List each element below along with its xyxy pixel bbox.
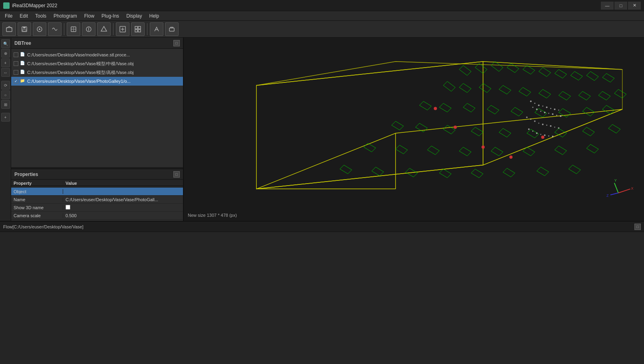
- props-key-name: Name: [11, 197, 63, 202]
- svg-point-89: [538, 104, 540, 106]
- props-row-camerascale[interactable]: Camera scale 0.500: [11, 212, 183, 220]
- menu-edit[interactable]: Edit: [16, 12, 31, 20]
- toolbar-btn3[interactable]: [33, 22, 46, 36]
- svg-point-88: [534, 103, 535, 104]
- props-row-name[interactable]: Name C:/Users/euser/Desktop/Vase/Vase/Ph…: [11, 196, 183, 204]
- toolbar-btn6[interactable]: [82, 22, 95, 36]
- svg-point-96: [536, 108, 538, 110]
- close-button[interactable]: ✕: [628, 2, 641, 10]
- main-layout: 🔍 ⊕ + ↔ ⟳ ○ ⊞ + DBTree □: [0, 38, 644, 364]
- svg-point-111: [558, 127, 559, 129]
- props-row-cameradis[interactable]: Camera Dis... 33W...: [11, 220, 183, 221]
- menu-tools[interactable]: Tools: [32, 12, 50, 20]
- maximize-button[interactable]: □: [614, 2, 627, 10]
- props-table: Property Value Object Name C:/Users/euse…: [11, 180, 183, 221]
- svg-point-107: [542, 124, 544, 125]
- tool-grid[interactable]: ⊞: [1, 100, 10, 109]
- svg-point-115: [540, 134, 541, 135]
- tool-search[interactable]: 🔍: [1, 39, 10, 48]
- flow-connections: [0, 232, 644, 364]
- svg-point-113: [532, 130, 533, 132]
- svg-point-93: [554, 108, 555, 110]
- toolbar-btn8[interactable]: [116, 22, 129, 36]
- svg-point-92: [550, 108, 551, 109]
- props-header: Properties □: [11, 169, 183, 180]
- svg-point-110: [554, 127, 555, 128]
- app-icon: [3, 2, 10, 9]
- tree-checkbox-0[interactable]: [14, 52, 18, 57]
- menu-photogram[interactable]: Photogram: [50, 12, 80, 20]
- svg-point-87: [530, 100, 532, 102]
- svg-point-103: [526, 116, 528, 118]
- svg-point-99: [548, 113, 549, 114]
- viewport-3d[interactable]: X Y Z New size 1307 * 478 (px): [184, 38, 644, 221]
- props-header-value: Value: [63, 181, 183, 186]
- toolbar-btn10[interactable]: [150, 22, 163, 36]
- toolbar-save[interactable]: [18, 22, 31, 36]
- svg-point-86: [434, 107, 437, 110]
- dbtree-panel: DBTree □ 📄 C:/Users/euser/Desktop/Vase/m…: [11, 38, 183, 167]
- tree-item-3[interactable]: ✓ 📁 C:/Users/euser/Desktop/Vase/Vase/Pho…: [11, 77, 183, 86]
- tree-item-1[interactable]: 📄 C:/Users/euser/Desktop/Vase/Vase/模型/中模…: [11, 59, 183, 68]
- menu-file[interactable]: File: [2, 12, 16, 20]
- properties-panel: Properties □ Property Value Object: [11, 169, 183, 221]
- menu-flow[interactable]: Flow: [81, 12, 97, 20]
- menu-plugins[interactable]: Plug-Ins: [98, 12, 122, 20]
- svg-point-95: [532, 107, 533, 108]
- menu-display[interactable]: Display: [123, 12, 145, 20]
- svg-point-82: [454, 126, 457, 129]
- toolbar-btn5[interactable]: [67, 22, 80, 36]
- flow-title: Flow[C:/Users/euser/Desktop/Vase/Vase]: [3, 224, 83, 229]
- tree-checkbox-1[interactable]: [14, 61, 18, 66]
- tree-item-0[interactable]: 📄 C:/Users/euser/Desktop/Vase/model/vase…: [11, 50, 183, 59]
- tree-checkbox-2[interactable]: [14, 70, 18, 75]
- top-section: 🔍 ⊕ + ↔ ⟳ ○ ⊞ + DBTree □: [0, 38, 644, 222]
- tree-icon-2: 📄: [20, 70, 26, 75]
- tree-label-2: C:/Users/euser/Desktop/Vase/Vase/模型/高模/V…: [27, 70, 134, 76]
- svg-rect-21: [185, 38, 643, 221]
- dbtree-expand[interactable]: □: [173, 40, 180, 46]
- tool-zoom[interactable]: ⊕: [1, 49, 10, 58]
- viewport-status: New size 1307 * 478 (px): [188, 213, 237, 218]
- tool-plus[interactable]: +: [1, 58, 10, 67]
- svg-point-108: [546, 125, 547, 126]
- toolbar-btn9[interactable]: [131, 22, 145, 36]
- svg-point-118: [552, 136, 553, 137]
- props-header-property: Property: [11, 181, 63, 186]
- svg-point-90: [542, 106, 543, 107]
- tool-move[interactable]: ↔: [1, 68, 10, 77]
- scene-svg: X Y Z: [184, 38, 644, 221]
- flow-canvas[interactable]: data(#) Object Mesh source data Object: [0, 232, 644, 364]
- tool-rotate[interactable]: ⟳: [1, 81, 10, 90]
- tree-checkbox-3[interactable]: ✓: [14, 79, 18, 84]
- svg-point-97: [540, 111, 541, 112]
- title-bar: iReal3DMapper 2022 — □ ✕: [0, 0, 644, 11]
- show3d-checkbox[interactable]: [66, 205, 70, 210]
- tool-circle[interactable]: ○: [1, 90, 10, 99]
- props-row-object[interactable]: Object: [11, 188, 183, 196]
- props-val-name: C:/Users/euser/Desktop/Vase/Vase/PhotoGa…: [63, 197, 183, 202]
- props-row-show3d[interactable]: Show 3D name: [11, 204, 183, 212]
- svg-point-85: [541, 136, 545, 139]
- props-expand[interactable]: □: [173, 171, 180, 178]
- svg-point-117: [548, 135, 549, 136]
- flow-expand[interactable]: □: [634, 224, 641, 230]
- svg-point-102: [560, 115, 561, 117]
- toolbar-btn7[interactable]: [97, 22, 111, 36]
- tree-item-2[interactable]: 📄 C:/Users/euser/Desktop/Vase/Vase/模型/高模…: [11, 68, 183, 77]
- svg-rect-15: [135, 26, 137, 29]
- toolbar-btn4[interactable]: [48, 22, 62, 36]
- svg-point-100: [552, 113, 553, 115]
- props-key-camerascale: Camera scale: [11, 213, 63, 218]
- toolbar-open[interactable]: [2, 22, 16, 36]
- tree-icon-1: 📄: [20, 61, 26, 66]
- minimize-button[interactable]: —: [601, 2, 614, 10]
- toolbar-btn11[interactable]: [165, 22, 179, 36]
- dbtree-title: DBTree: [14, 40, 31, 46]
- tool-add[interactable]: +: [1, 113, 10, 122]
- toolbar-sep1: [64, 23, 64, 35]
- flow-section: Flow[C:/Users/euser/Desktop/Vase/Vase] □: [0, 222, 644, 364]
- left-tools: 🔍 ⊕ + ↔ ⟳ ○ ⊞ +: [0, 38, 11, 221]
- menu-help[interactable]: Help: [146, 12, 162, 20]
- tree-label-3: C:/Users/euser/Desktop/Vase/Vase/PhotoGa…: [27, 79, 131, 84]
